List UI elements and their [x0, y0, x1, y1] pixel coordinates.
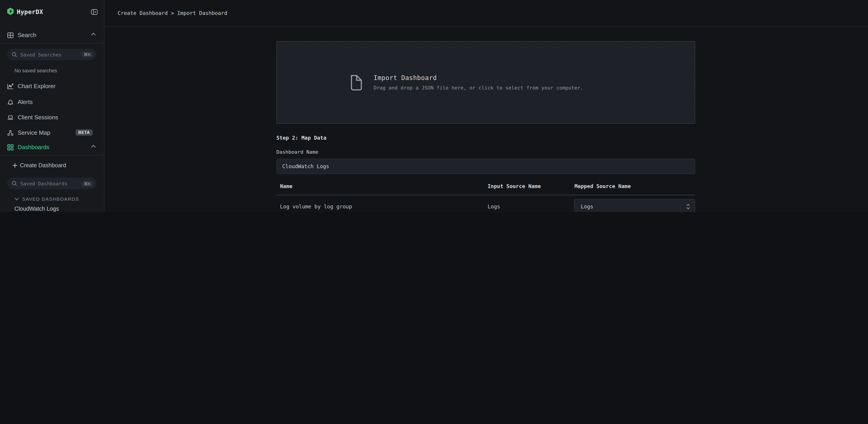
column-header-mapped-source: Mapped Source Name — [575, 183, 631, 189]
breadcrumb-create-dashboard[interactable]: Create Dashboard — [118, 10, 168, 16]
table-header-row: Name Input Source Name Mapped Source Nam… — [276, 183, 695, 192]
file-icon — [350, 75, 362, 90]
sidebar-dashboard-cloudwatch-logs[interactable]: CloudWatch Logs — [14, 206, 59, 212]
dashboard-name-input[interactable]: CloudWatch Logs — [276, 159, 695, 174]
sidebar-item-label: Client Sessions — [18, 114, 58, 121]
create-dashboard-button[interactable]: Create Dashboard — [0, 161, 104, 170]
sidebar-item-label: Service Map — [18, 129, 51, 136]
saved-dashboards-group-header[interactable]: SAVED DASHBOARDS — [14, 196, 79, 202]
saved-dashboards-placeholder: Saved Dashboards — [20, 181, 82, 186]
beta-badge: BETA — [75, 129, 93, 135]
create-dashboard-label: Create Dashboard — [20, 162, 66, 169]
chevron-up-icon[interactable] — [91, 33, 96, 36]
mapped-source-value: Logs — [581, 203, 686, 210]
hyperdx-logo-icon — [7, 8, 13, 15]
sidebar-item-dashboards[interactable]: Dashboards — [0, 141, 104, 153]
mapping-table: Log volume by log group Logs Logs Logs b… — [276, 195, 695, 212]
search-icon — [12, 52, 17, 57]
collapse-sidebar-icon[interactable] — [91, 9, 98, 15]
step-title: Step 2: Map Data — [276, 135, 327, 141]
shortcut-badge: ⌘K — [82, 52, 93, 57]
json-dropzone[interactable]: Import Dashboard Drag and drop a JSON fi… — [276, 41, 695, 124]
column-header-input-source: Input Source Name — [488, 183, 541, 189]
sidebar-item-client-sessions[interactable]: Client Sessions — [0, 111, 104, 123]
service-map-icon — [7, 130, 13, 136]
search-panel-icon — [7, 32, 13, 38]
top-bar: Create Dashboard > Import Dashboard — [104, 0, 868, 27]
breadcrumb-import-dashboard: Import Dashboard — [177, 10, 227, 16]
breadcrumb: Create Dashboard > Import Dashboard — [118, 0, 227, 26]
divider — [0, 155, 104, 156]
import-dashboard-panel: Import Dashboard Drag and drop a JSON fi… — [276, 26, 696, 212]
chart-explorer-icon — [7, 83, 13, 90]
sidebar-item-alerts[interactable]: Alerts — [0, 96, 104, 108]
chevron-down-icon — [14, 197, 19, 200]
input-source-value: Logs — [488, 195, 500, 212]
dashboard-name-value: CloudWatch Logs — [282, 163, 329, 169]
sidebar-item-label: Alerts — [18, 99, 33, 105]
sidebar-item-chart-explorer[interactable]: Chart Explorer — [0, 80, 104, 92]
dashboard-name-label: Dashboard Name — [276, 149, 318, 155]
divider — [0, 43, 104, 43]
sidebar-item-label: Dashboards — [18, 144, 49, 151]
bell-icon — [7, 99, 13, 105]
tile-name: Log volume by log group — [280, 195, 352, 212]
table-row: Log volume by log group Logs Logs — [276, 195, 695, 212]
saved-searches-placeholder: Saved Searches — [20, 52, 82, 57]
app-root: HyperDX Search Saved Searches — [0, 0, 868, 212]
dropzone-subtitle: Drag and drop a JSON file here, or click… — [374, 85, 583, 91]
plus-icon — [12, 163, 18, 168]
shortcut-badge: ⌘K — [82, 181, 93, 187]
group-title: SAVED DASHBOARDS — [22, 196, 79, 202]
dropzone-title: Import Dashboard — [374, 74, 583, 81]
column-header-name: Name — [280, 183, 292, 189]
select-chevrons-icon — [686, 203, 690, 210]
sidebar: HyperDX Search Saved Searches — [0, 0, 104, 212]
saved-searches-input[interactable]: Saved Searches ⌘K — [7, 49, 96, 60]
search-icon — [12, 181, 17, 186]
sidebar-search-label: Search — [18, 32, 36, 38]
sidebar-item-label: Chart Explorer — [18, 83, 56, 90]
sidebar-section-search[interactable]: Search — [0, 29, 104, 41]
chevron-up-icon[interactable] — [91, 145, 96, 148]
breadcrumb-separator: > — [171, 10, 174, 16]
dashboards-grid-icon — [7, 144, 13, 151]
laptop-icon — [7, 114, 13, 121]
brand-name: HyperDX — [17, 8, 43, 15]
mapped-source-select[interactable]: Logs — [574, 199, 695, 212]
saved-dashboards-input[interactable]: Saved Dashboards ⌘K — [7, 177, 96, 189]
no-saved-searches-text: No saved searches — [14, 68, 57, 73]
sidebar-item-service-map[interactable]: Service Map BETA — [0, 127, 104, 138]
